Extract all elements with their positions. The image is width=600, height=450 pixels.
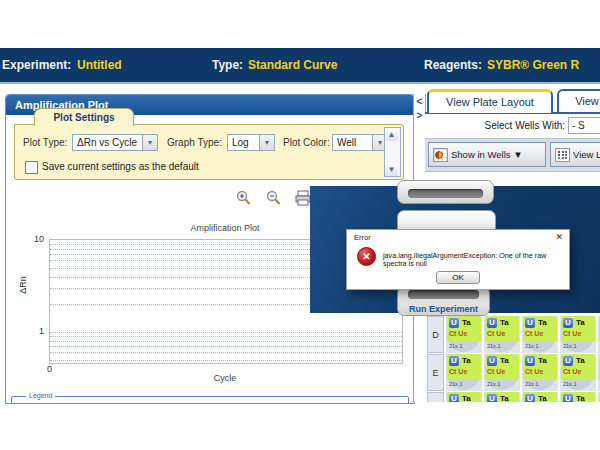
task-u-icon: U (487, 356, 497, 366)
well-detail: Ct Ue (487, 330, 505, 337)
console-button-top[interactable] (397, 180, 494, 204)
row-label: F (427, 392, 444, 402)
type-label: Type: (212, 58, 243, 72)
well-content: U Ta Ct Ue (485, 392, 519, 402)
plot-type-select[interactable]: ΔRn vs Cycle▾ (72, 134, 158, 151)
x-axis-label: Cycle (49, 373, 401, 383)
well-target: Ta (462, 394, 471, 402)
x-tick-label: 0 (47, 364, 52, 374)
legend-groupbox: Legend (11, 396, 409, 404)
task-u-icon: U (563, 394, 573, 402)
run-experiment-label: Run Experiment (398, 304, 489, 314)
experiment-header-bar: Experiment: Untitled Type: Standard Curv… (0, 48, 600, 84)
app-screen: Experiment: Untitled Type: Standard Curv… (0, 0, 600, 450)
plot-color-label: Plot Color: (283, 137, 330, 148)
settings-scrollbar[interactable]: ▲ ▼ (384, 127, 401, 177)
well-sample: 21x.1 (449, 381, 462, 387)
well-detail: Ct Ue (449, 368, 467, 375)
plate-well[interactable]: U Ta Ct Ue 21x.1 (560, 354, 596, 391)
gridline (50, 346, 402, 347)
graph-type-select[interactable]: Log▾ (227, 134, 275, 151)
plate-well[interactable]: U Ta Ct Ue 21x.1 (446, 316, 482, 353)
well-detail: Ct Ue (487, 368, 505, 375)
well-sample: 21x.1 (449, 343, 462, 349)
task-u-icon: U (525, 356, 535, 366)
plot-color-select[interactable]: Well▾ (332, 134, 388, 151)
chevron-down-icon[interactable]: ▾ (142, 135, 157, 150)
gridline (50, 332, 402, 333)
gridline (50, 352, 402, 353)
task-u-icon: U (525, 394, 535, 402)
run-experiment-button[interactable]: Run Experiment (397, 286, 490, 316)
plate-well[interactable]: U Ta Ct Ue 21x.1 (484, 392, 520, 402)
task-u-icon: U (449, 394, 459, 402)
plate-well[interactable]: U Ta Ct Ue 21x.1 (446, 392, 482, 402)
plate-well[interactable]: U Ta Ct Ue 21x.1 (484, 316, 520, 353)
tab-plot-settings[interactable]: Plot Settings (34, 108, 134, 126)
scroll-down-icon[interactable]: ▼ (385, 163, 398, 176)
expand-right-icon[interactable]: > (414, 109, 425, 122)
save-default-label: Save current settings as the default (42, 161, 199, 172)
plate-well[interactable]: U Ta Ct Ue 21x.1 (522, 392, 558, 402)
well-sample: 21x.1 (525, 381, 538, 387)
error-message: java.lang.IllegalArgumentException: One … (383, 252, 565, 268)
plate-well[interactable]: U Ta Ct Ue 21x.1 (484, 354, 520, 391)
well-content: U Ta Ct Ue (523, 354, 557, 380)
collapse-left-icon[interactable]: < (414, 95, 425, 108)
reagents-value: SYBR® Green R (487, 58, 579, 72)
well-content: U Ta Ct Ue (447, 316, 481, 342)
y-tick-label: 10 (8, 234, 44, 244)
plate-well[interactable]: U Ta Ct Ue 21x.1 (446, 354, 482, 391)
well-detail: Ct Ue (563, 330, 581, 337)
task-u-icon: U (525, 318, 535, 328)
well-target: Ta (576, 318, 585, 327)
tab-view-well-table[interactable]: View (557, 89, 600, 113)
zoom-out-icon[interactable] (264, 190, 282, 206)
well-sample: 21x.1 (525, 343, 538, 349)
gridline (50, 341, 402, 342)
task-u-icon: U (563, 318, 573, 328)
task-u-icon: U (487, 318, 497, 328)
well-target: Ta (462, 318, 471, 327)
plate-well[interactable]: U Ta Ct Ue 21x.1 (560, 316, 596, 353)
well-target: Ta (500, 356, 509, 365)
well-target: Ta (538, 394, 547, 402)
well-content: U Ta Ct Ue (561, 354, 595, 380)
tab-view-plate-layout[interactable]: View Plate Layout (427, 89, 553, 113)
well-target: Ta (462, 356, 471, 365)
row-label: E (427, 354, 444, 391)
ok-button[interactable]: OK (436, 271, 480, 284)
button-slot (408, 189, 483, 198)
plate-well[interactable]: U Ta Ct Ue 21x.1 (522, 354, 558, 391)
well-content: U Ta Ct Ue (523, 316, 557, 342)
button-slot (408, 290, 479, 299)
task-u-icon: U (563, 356, 573, 366)
well-sample: 21x.1 (563, 343, 576, 349)
well-target: Ta (538, 318, 547, 327)
well-detail: Ct Ue (525, 368, 543, 375)
well-content: U Ta Ct Ue (561, 316, 595, 342)
save-default-checkbox[interactable] (25, 161, 38, 174)
zoom-in-icon[interactable] (234, 190, 252, 206)
close-icon[interactable]: ✕ (555, 232, 563, 242)
plate-well[interactable]: U Ta Ct Ue 21x.1 (522, 316, 558, 353)
plot-type-label: Plot Type: (23, 137, 67, 148)
task-u-icon: U (487, 394, 497, 402)
experiment-label: Experiment: (2, 58, 71, 72)
scroll-up-icon[interactable]: ▲ (385, 128, 398, 141)
plot-settings-body: Plot Type: ΔRn vs Cycle▾ Graph Type: Log… (14, 124, 404, 180)
error-x-icon: ✕ (357, 247, 376, 266)
well-content: U Ta Ct Ue (523, 392, 557, 402)
gridline (50, 336, 402, 337)
experiment-value: Untitled (77, 58, 122, 72)
chevron-down-icon[interactable]: ▾ (259, 135, 274, 150)
well-target: Ta (500, 394, 509, 402)
well-content: U Ta Ct Ue (561, 392, 595, 402)
error-dialog: Error ✕ ✕ java.lang.IllegalArgumentExcep… (346, 229, 570, 290)
reagents-label: Reagents: (424, 58, 482, 72)
plate-well[interactable]: U Ta Ct Ue 21x.1 (560, 392, 596, 402)
y-axis-label: ΔRn (18, 276, 28, 294)
row-label: D (427, 316, 444, 353)
well-detail: Ct Ue (449, 330, 467, 337)
dialog-title: Error (354, 233, 371, 242)
